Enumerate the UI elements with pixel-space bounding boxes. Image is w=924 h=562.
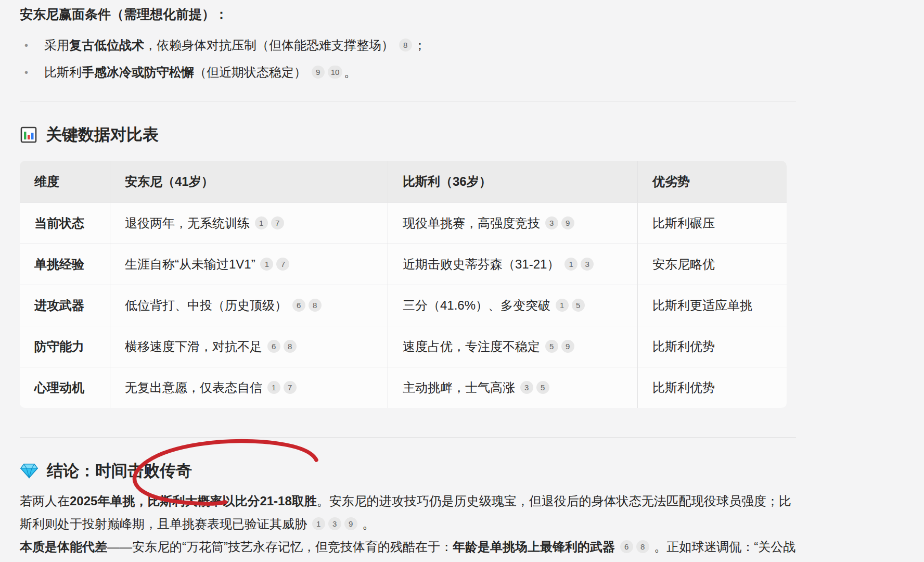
citation-badge[interactable]: 3: [520, 381, 533, 394]
table-header-row: 维度 安东尼（41岁） 比斯利（36岁） 优劣势: [20, 161, 787, 202]
conclusion-paragraph-2: 本质是体能代差——安东尼的“万花筒”技艺永存记忆，但竞技体育的残酷在于：年龄是单…: [20, 535, 800, 562]
citation-badge[interactable]: 6: [620, 540, 633, 553]
gem-icon: [20, 463, 38, 479]
cell-beasley: 三分（41.6%）、多变突破 15: [388, 285, 637, 326]
cell-dimension: 心理动机: [20, 367, 110, 408]
table-head: 维度 安东尼（41岁） 比斯利（36岁） 优劣势: [20, 161, 787, 202]
citation-badge[interactable]: 7: [271, 216, 284, 229]
citation-badge[interactable]: 10: [328, 66, 343, 79]
divider: [20, 437, 796, 438]
table-row: 单挑经验 生涯自称“从未输过1V1” 17 近期击败史蒂芬森（31-21） 13…: [20, 244, 787, 285]
column-header-verdict: 优劣势: [637, 161, 787, 202]
cell-verdict: 安东尼略优: [637, 244, 787, 285]
citation-badge[interactable]: 1: [312, 517, 325, 530]
bold-text: 复古低位战术: [69, 38, 144, 52]
list-item: • 比斯利手感冰冷或防守松懈（但近期状态稳定） 910。: [20, 63, 903, 81]
citation-badge[interactable]: 9: [344, 517, 357, 530]
chat-message-content: 安东尼赢面条件（需理想化前提）： • 采用复古低位战术，依赖身体对抗压制（但体能…: [0, 0, 924, 562]
bullet-tail: 。: [344, 65, 356, 79]
cell-verdict: 比斯利优势: [637, 367, 787, 408]
table-row: 防守能力 横移速度下滑，对抗不足 68 速度占优，专注度不稳定 59 比斯利优势: [20, 326, 787, 367]
cell-verdict: 比斯利更适应单挑: [637, 285, 787, 326]
cell-text: 无复出意愿，仅表态自信: [125, 380, 262, 394]
column-header-beasley: 比斯利（36岁）: [388, 161, 637, 202]
bullet-segment: ，依赖身体对抗压制（但体能恐难支撑整场）: [144, 38, 394, 52]
bold-text: 本质是体能代差: [20, 540, 107, 554]
citation-badge[interactable]: 5: [572, 299, 585, 312]
bullet-text: 采用复古低位战术，依赖身体对抗压制（但体能恐难支撑整场） 8；: [44, 36, 426, 54]
bullet-text: 比斯利手感冰冷或防守松懈（但近期状态稳定） 910。: [44, 63, 356, 81]
bold-text: 年龄是单挑场上最锋利的武器: [453, 540, 615, 554]
table-body: 当前状态 退役两年，无系统训练 17 现役单挑赛，高强度竞技 39 比斯利碾压 …: [20, 202, 787, 408]
cell-verdict: 比斯利碾压: [637, 202, 787, 244]
conclusion-heading: 结论：时间击败传奇: [20, 461, 903, 481]
citation-badge[interactable]: 8: [309, 299, 322, 312]
citation-badge[interactable]: 8: [284, 340, 297, 353]
table-row: 进攻武器 低位背打、中投（历史顶级） 68 三分（41.6%）、多变突破 15 …: [20, 285, 787, 326]
cell-dimension: 防守能力: [20, 326, 110, 367]
citation-badge[interactable]: 1: [267, 381, 280, 394]
cell-text: 横移速度下滑，对抗不足: [125, 339, 262, 353]
cell-anthony: 横移速度下滑，对抗不足 68: [110, 326, 388, 367]
bullet-segment: 采用: [44, 38, 69, 52]
citation-badge[interactable]: 6: [292, 299, 305, 312]
cell-text: 退役两年，无系统训练: [125, 216, 250, 230]
cell-text: 现役单挑赛，高强度竞技: [403, 216, 540, 230]
column-header-anthony: 安东尼（41岁）: [110, 161, 388, 202]
bold-text: 2025年单挑，比斯利大概率以比分21-18取胜: [70, 494, 317, 508]
cell-anthony: 生涯自称“从未输过1V1” 17: [110, 244, 388, 285]
bold-text: 手感冰冷或防守松懈: [82, 65, 194, 79]
column-header-dimension: 维度: [20, 161, 110, 202]
citation-badge[interactable]: 6: [267, 340, 280, 353]
bullet-tail: ；: [414, 38, 426, 52]
citation-badge[interactable]: 1: [556, 299, 569, 312]
table-section-title: 关键数据对比表: [46, 124, 159, 145]
citation-badge[interactable]: 5: [545, 340, 558, 353]
cell-anthony: 低位背打、中投（历史顶级） 68: [110, 285, 388, 326]
divider: [20, 101, 796, 101]
citation-badge[interactable]: 3: [328, 517, 341, 530]
citation-badge[interactable]: 5: [536, 381, 549, 394]
citation-badge[interactable]: 8: [636, 540, 649, 553]
bullet-segment: 比斯利: [44, 65, 82, 79]
citation-badge[interactable]: 1: [255, 216, 268, 229]
cell-dimension: 单挑经验: [20, 244, 110, 285]
table-section-heading: 关键数据对比表: [20, 124, 903, 145]
cell-text: 主动挑衅，士气高涨: [403, 380, 515, 394]
cell-beasley: 现役单挑赛，高强度竞技 39: [388, 202, 637, 244]
list-item: • 采用复古低位战术，依赖身体对抗压制（但体能恐难支撑整场） 8；: [20, 36, 903, 54]
cell-verdict: 比斯利优势: [637, 326, 787, 367]
citation-badge[interactable]: 7: [276, 258, 289, 271]
conclusion-paragraph-1: 若两人在2025年单挑，比斯利大概率以比分21-18取胜。安东尼的进攻技巧仍是历…: [20, 490, 800, 535]
bullet-dot-icon: •: [20, 63, 44, 81]
citation-badge[interactable]: 9: [312, 66, 325, 79]
citation-badge[interactable]: 1: [564, 258, 578, 271]
win-conditions-list: • 采用复古低位战术，依赖身体对抗压制（但体能恐难支撑整场） 8； • 比斯利手…: [20, 36, 903, 81]
citation-badge[interactable]: 8: [399, 39, 412, 52]
table-row: 心理动机 无复出意愿，仅表态自信 17 主动挑衅，士气高涨 35 比斯利优势: [20, 367, 787, 408]
cell-text: 低位背打、中投（历史顶级）: [125, 298, 287, 312]
citation-badge[interactable]: 9: [561, 216, 574, 229]
cell-text: 近期击败史蒂芬森（31-21）: [403, 257, 559, 271]
cell-beasley: 速度占优，专注度不稳定 59: [388, 326, 637, 367]
cell-dimension: 进攻武器: [20, 285, 110, 326]
citation-badge[interactable]: 7: [284, 381, 297, 394]
win-conditions-heading: 安东尼赢面条件（需理想化前提）：: [20, 5, 903, 23]
conclusion-title: 结论：时间击败传奇: [47, 461, 192, 481]
citation-badge[interactable]: 9: [561, 340, 574, 353]
table-row: 当前状态 退役两年，无系统训练 17 现役单挑赛，高强度竞技 39 比斯利碾压: [20, 202, 787, 244]
bullet-segment: （但近期状态稳定）: [194, 65, 306, 79]
cell-anthony: 退役两年，无系统训练 17: [110, 202, 388, 244]
cell-beasley: 主动挑衅，士气高涨 35: [388, 367, 637, 408]
citation-badge[interactable]: 3: [581, 258, 594, 271]
bar-chart-icon: [20, 126, 37, 144]
citation-badge[interactable]: 1: [260, 258, 273, 271]
bullet-dot-icon: •: [20, 36, 44, 54]
cell-text: 三分（41.6%）、多变突破: [403, 298, 550, 312]
cell-anthony: 无复出意愿，仅表态自信 17: [110, 367, 388, 408]
cell-beasley: 近期击败史蒂芬森（31-21） 13: [388, 244, 637, 285]
paragraph-segment: ——安东尼的“万花筒”技艺永存记忆，但竞技体育的残酷在于：: [107, 540, 453, 554]
citation-badge[interactable]: 3: [545, 216, 558, 229]
cell-text: 速度占优，专注度不稳定: [403, 339, 540, 353]
cell-text: 生涯自称“从未输过1V1”: [125, 257, 255, 271]
